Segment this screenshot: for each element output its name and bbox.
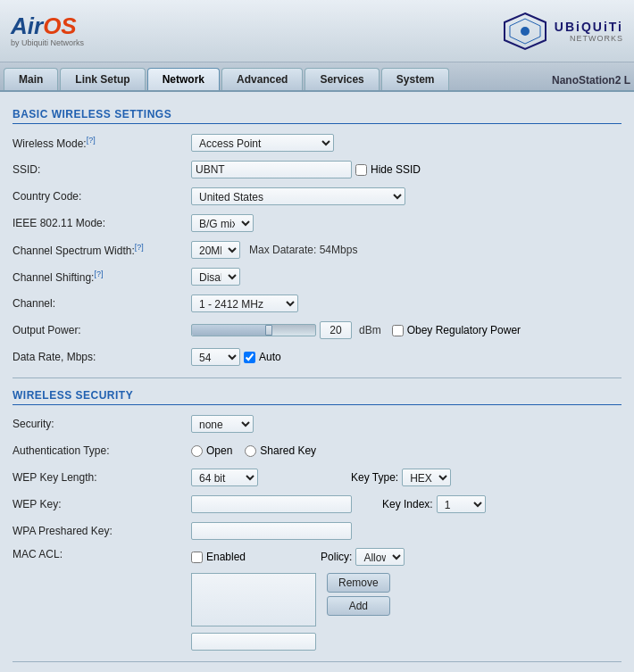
brand-name: UBiQUiTi xyxy=(555,20,623,34)
mac-acl-textarea[interactable] xyxy=(191,573,316,626)
channel-row: Channel: 1 - 2412 MHz 2 - 2417 MHz 6 - 2… xyxy=(13,294,621,313)
output-power-input[interactable] xyxy=(320,321,352,339)
mac-acl-control: Enabled Policy: Allow Deny Remove Add xyxy=(191,548,405,651)
ubiquiti-icon xyxy=(503,12,547,51)
wpa-key-input[interactable] xyxy=(191,522,352,540)
mac-acl-row: MAC ACL: Enabled Policy: Allow Deny xyxy=(13,548,621,651)
output-power-row: Output Power: dBm Obey Regulatory Power xyxy=(13,320,621,340)
key-type-select[interactable]: HEX ASCII xyxy=(402,469,451,486)
auth-type-row: Authentication Type: Open Shared Key xyxy=(13,441,621,460)
obey-regulatory-checkbox[interactable] xyxy=(392,325,404,336)
channel-label: Channel: xyxy=(13,297,191,310)
ssid-row: SSID: Hide SSID xyxy=(13,160,621,179)
wireless-mode-control: Access Point Station AP Repeater xyxy=(191,134,334,152)
wireless-mode-label: Wireless Mode:[?] xyxy=(13,136,191,150)
channel-control: 1 - 2412 MHz 2 - 2417 MHz 6 - 2437 MHz 1… xyxy=(191,295,298,312)
output-power-control: dBm Obey Regulatory Power xyxy=(191,321,521,339)
wep-key-length-select[interactable]: 64 bit 128 bit xyxy=(191,469,258,486)
section-divider-2 xyxy=(13,661,621,662)
ieee-mode-label: IEEE 802.11 Mode: xyxy=(13,217,191,229)
mac-acl-input[interactable] xyxy=(191,633,316,651)
max-datarate: Max Datarate: 54Mbps xyxy=(249,244,357,256)
data-rate-select[interactable]: 54 48 36 24 18 12 9 6 xyxy=(191,348,240,366)
channel-shifting-label: Channel Shifting:[?] xyxy=(13,270,191,284)
wep-key-length-row: WEP Key Length: 64 bit 128 bit Key Type:… xyxy=(13,468,621,487)
basic-wireless-section-header: BASIC WIRELESS SETTINGS xyxy=(13,108,621,124)
output-power-label: Output Power: xyxy=(13,324,191,336)
wireless-security-section-header: WIRELESS SECURITY xyxy=(13,389,621,405)
nav-tabs: Main Link Setup Network Advanced Service… xyxy=(4,68,449,90)
hide-ssid-checkbox[interactable] xyxy=(355,164,367,176)
wpa-key-label: WPA Preshared Key: xyxy=(13,525,191,537)
policy-label: Policy: xyxy=(321,551,352,563)
tab-network[interactable]: Network xyxy=(147,68,220,90)
country-code-row: Country Code: United States Canada Germa… xyxy=(13,187,621,206)
logo-os: OS xyxy=(43,12,77,39)
security-select[interactable]: none WEP WPA WPA2 xyxy=(191,415,254,433)
ubiquiti-logo: UBiQUiTi NETWORKS xyxy=(503,12,623,51)
tab-services[interactable]: Services xyxy=(304,68,379,90)
channel-shifting-control: Disabled Enabled xyxy=(191,268,240,286)
wep-key-length-control: 64 bit 128 bit Key Type: HEX ASCII xyxy=(191,469,451,486)
ssid-input[interactable] xyxy=(191,161,352,178)
add-button[interactable]: Add xyxy=(327,596,390,616)
header: AirOS by Ubiquiti Networks UBiQUiTi NETW… xyxy=(0,0,634,62)
channel-shifting-select[interactable]: Disabled Enabled xyxy=(191,268,240,286)
tab-link-setup[interactable]: Link Setup xyxy=(60,68,145,90)
logo-area: AirOS by Ubiquiti Networks xyxy=(11,14,84,47)
remove-button[interactable]: Remove xyxy=(327,573,390,593)
auth-type-control: Open Shared Key xyxy=(191,444,316,457)
wireless-mode-row: Wireless Mode:[?] Access Point Station A… xyxy=(13,133,621,153)
country-code-select[interactable]: United States Canada Germany France xyxy=(191,187,405,205)
wep-key-length-label: WEP Key Length: xyxy=(13,471,191,484)
channel-shifting-row: Channel Shifting:[?] Disabled Enabled xyxy=(13,267,621,286)
ssid-control: Hide SSID xyxy=(191,161,421,178)
channel-spectrum-row: Channel Spectrum Width:[?] 20MHz 40MHz M… xyxy=(13,240,621,260)
output-power-slider[interactable] xyxy=(191,324,316,336)
device-name: NanoStation2 L xyxy=(552,74,630,90)
key-type-label: Key Type: xyxy=(351,471,398,484)
tab-main[interactable]: Main xyxy=(4,68,58,90)
ieee-mode-control: B/G mixed B only G only xyxy=(191,214,254,232)
channel-spectrum-select[interactable]: 20MHz 40MHz xyxy=(191,241,240,259)
mac-acl-label: MAC ACL: xyxy=(13,548,191,560)
security-label: Security: xyxy=(13,418,191,430)
nav-bar: Main Link Setup Network Advanced Service… xyxy=(0,62,634,92)
dbm-label: dBm xyxy=(359,324,381,336)
brand-sub: NETWORKS xyxy=(555,34,623,43)
auth-shared-radio[interactable] xyxy=(245,445,256,457)
key-index-select[interactable]: 1 2 3 4 xyxy=(437,495,486,513)
auto-rate-checkbox[interactable] xyxy=(244,352,255,363)
logo-sub: by Ubiquiti Networks xyxy=(11,39,84,47)
data-rate-label: Data Rate, Mbps: xyxy=(13,351,191,363)
tab-system[interactable]: System xyxy=(381,68,450,90)
auth-shared-label: Shared Key xyxy=(260,444,316,457)
policy-select[interactable]: Allow Deny xyxy=(355,548,405,566)
air-os-logo: AirOS by Ubiquiti Networks xyxy=(11,14,84,47)
wep-key-label: WEP Key: xyxy=(13,498,191,510)
acl-right: Remove Add xyxy=(327,573,390,616)
wireless-mode-select[interactable]: Access Point Station AP Repeater xyxy=(191,134,334,152)
tab-advanced[interactable]: Advanced xyxy=(221,68,303,90)
wep-key-row: WEP Key: Key Index: 1 2 3 4 xyxy=(13,494,621,514)
acl-left xyxy=(191,573,316,651)
auth-open-label: Open xyxy=(206,444,232,457)
wep-key-input[interactable] xyxy=(191,495,352,513)
ssid-label: SSID: xyxy=(13,163,191,176)
wpa-key-row: WPA Preshared Key: xyxy=(13,521,621,541)
wep-key-control: Key Index: 1 2 3 4 xyxy=(191,495,486,513)
main-content: BASIC WIRELESS SETTINGS Wireless Mode:[?… xyxy=(0,92,634,672)
country-code-control: United States Canada Germany France xyxy=(191,187,405,205)
auth-open-radio[interactable] xyxy=(191,445,203,457)
security-row: Security: none WEP WPA WPA2 xyxy=(13,414,621,434)
channel-select[interactable]: 1 - 2412 MHz 2 - 2417 MHz 6 - 2437 MHz 1… xyxy=(191,295,298,312)
obey-regulatory-label: Obey Regulatory Power xyxy=(407,324,521,336)
ieee-mode-row: IEEE 802.11 Mode: B/G mixed B only G onl… xyxy=(13,213,621,233)
section-divider-1 xyxy=(13,377,621,378)
channel-spectrum-control: 20MHz 40MHz Max Datarate: 54Mbps xyxy=(191,241,357,259)
key-index-label: Key Index: xyxy=(382,498,433,510)
data-rate-row: Data Rate, Mbps: 54 48 36 24 18 12 9 6 A… xyxy=(13,347,621,367)
ieee-mode-select[interactable]: B/G mixed B only G only xyxy=(191,214,254,232)
mac-acl-enabled-checkbox[interactable] xyxy=(191,552,203,563)
channel-spectrum-label: Channel Spectrum Width:[?] xyxy=(13,243,191,257)
